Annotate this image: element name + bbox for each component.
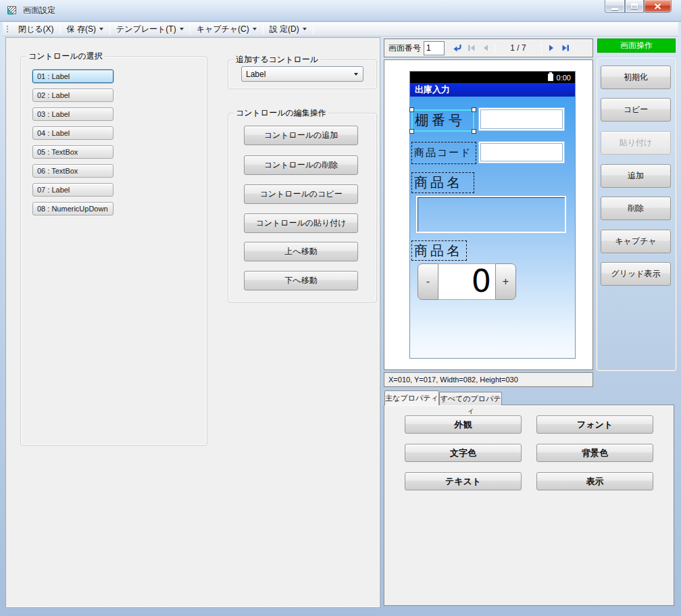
maximize-button[interactable] — [625, 0, 644, 13]
menu-separator — [263, 24, 263, 34]
control-list-item-05[interactable]: 05 : TextBox — [32, 145, 114, 159]
menu-separator — [60, 24, 61, 34]
minimize-button[interactable] — [605, 0, 625, 13]
menu-separator — [313, 24, 313, 34]
chevron-down-icon — [180, 28, 184, 30]
previous-screen-button[interactable] — [478, 41, 493, 55]
shelf-number-label-control[interactable]: 棚番号 — [411, 109, 474, 132]
item-name2-label-control[interactable]: 商品名 — [411, 240, 467, 261]
background-color-button[interactable]: 背景色 — [536, 444, 653, 462]
resize-handle[interactable] — [472, 107, 476, 112]
last-page-icon — [560, 43, 571, 53]
appearance-button[interactable]: 外観 — [405, 415, 522, 434]
groupbox-title: コントロールの選択 — [26, 51, 105, 62]
move-up-button[interactable]: 上へ移動 — [244, 242, 358, 261]
combobox-dropdown-icon — [349, 73, 363, 76]
display-button[interactable]: 表示 — [536, 472, 653, 490]
titlebar: 画面設定 — [0, 0, 681, 22]
groupbox-title: 追加するコントロール — [234, 54, 320, 66]
quantity-stepper-control[interactable]: - 0 + — [418, 263, 516, 300]
window-title: 画面設定 — [23, 5, 55, 16]
chevron-down-icon — [253, 28, 257, 30]
menubar: 閉じる(X) 保 存(S) テンプレート(T) キャプチャ(C) 設 定(D) — [3, 22, 678, 36]
screen-number-label: 画面番号 — [388, 43, 421, 54]
control-list-item-01[interactable]: 01 : Label — [32, 70, 114, 83]
go-to-screen-button[interactable] — [450, 41, 464, 55]
copy-screen-button[interactable]: コピー — [601, 98, 671, 122]
first-screen-button[interactable] — [464, 41, 478, 55]
resize-handle[interactable] — [472, 129, 476, 134]
menu-separator — [109, 24, 110, 34]
add-control-button[interactable]: コントロールの追加 — [244, 126, 358, 145]
battery-icon — [548, 74, 553, 81]
return-arrow-icon — [451, 43, 463, 53]
capture-button[interactable]: キャプチャ — [601, 230, 671, 253]
tab-all-properties[interactable]: すべてのプロパティ — [439, 392, 502, 405]
toolbar-grip-icon — [6, 25, 9, 34]
properties-panel — [384, 405, 674, 606]
minimize-icon — [611, 8, 618, 10]
next-screen-button[interactable] — [544, 41, 558, 55]
delete-screen-button[interactable]: 削除 — [601, 197, 671, 220]
device-screen-preview: 0:00 出庫入力 棚番号 商品コード 商品名 — [409, 71, 576, 359]
grid-toggle-button[interactable]: グリッド表示 — [601, 262, 671, 286]
previous-page-icon — [480, 43, 491, 53]
shelf-number-textbox-control[interactable] — [479, 108, 564, 130]
device-status-bar: 0:00 — [410, 72, 575, 83]
close-button[interactable] — [644, 0, 672, 13]
screen-preview-area: 0:00 出庫入力 棚番号 商品コード 商品名 — [384, 59, 593, 370]
selection-coordinates-status: X=010, Y=017, Width=082, Height=030 — [384, 372, 593, 387]
control-list-item-07[interactable]: 07 : Label — [32, 183, 114, 197]
item-code-textbox-control[interactable] — [479, 142, 564, 163]
control-list-item-02[interactable]: 02 : Label — [32, 88, 114, 102]
control-list-item-03[interactable]: 03 : Label — [32, 107, 114, 121]
device-clock: 0:00 — [557, 74, 571, 82]
menu-item-capture[interactable]: キャプチャ(C) — [191, 23, 262, 36]
resize-handle[interactable] — [409, 107, 414, 112]
menu-item-settings[interactable]: 設 定(D) — [264, 23, 312, 36]
item-name-textarea-control[interactable] — [416, 196, 566, 233]
maximize-icon — [631, 3, 638, 9]
item-name-label-control[interactable]: 商品名 — [411, 172, 474, 193]
stepper-plus-button[interactable]: + — [495, 263, 516, 300]
text-button[interactable]: テキスト — [405, 472, 522, 490]
add-control-combobox[interactable]: Label — [241, 66, 363, 82]
control-list-item-08[interactable]: 08 : NumericUpDown — [32, 202, 114, 215]
app-icon — [7, 5, 19, 16]
toolbar-separator — [541, 43, 542, 54]
initialize-button[interactable]: 初期化 — [601, 66, 671, 89]
control-list-item-06[interactable]: 06 : TextBox — [32, 164, 114, 178]
toolbar-separator — [495, 43, 495, 54]
control-list-item-04[interactable]: 04 : Label — [32, 126, 114, 140]
last-screen-button[interactable] — [558, 41, 572, 55]
screen-number-input[interactable] — [424, 41, 445, 55]
groupbox-title: コントロールの編集操作 — [234, 107, 328, 119]
combobox-value: Label — [242, 70, 349, 79]
font-button[interactable]: フォント — [536, 415, 653, 434]
first-page-icon — [466, 43, 477, 53]
device-body: 棚番号 商品コード 商品名 商品名 — [410, 97, 575, 358]
app-window: 画面設定 閉じる(X) 保 存(S) テンプレート(T) キャプチャ(C) 設 — [0, 0, 681, 616]
device-title-bar: 出庫入力 — [410, 83, 575, 97]
stepper-value: 0 — [438, 263, 495, 300]
tab-main-properties[interactable]: 主なプロパティ — [384, 390, 439, 405]
text-color-button[interactable]: 文字色 — [405, 444, 522, 462]
paste-control-button[interactable]: コントロールの貼り付け — [244, 213, 358, 233]
delete-control-button[interactable]: コントロールの削除 — [244, 155, 358, 175]
paste-screen-button: 貼り付け — [601, 131, 671, 155]
stepper-minus-button[interactable]: - — [418, 263, 438, 300]
menu-item-close[interactable]: 閉じる(X) — [13, 23, 59, 36]
menu-item-save[interactable]: 保 存(S) — [61, 23, 109, 36]
screen-nav-toolbar: 画面番号 1 / 7 — [384, 38, 593, 57]
move-down-button[interactable]: 下へ移動 — [244, 271, 358, 290]
next-page-icon — [546, 43, 557, 53]
chevron-down-icon — [99, 28, 103, 30]
menu-item-template[interactable]: テンプレート(T) — [111, 23, 189, 36]
add-screen-button[interactable]: 追加 — [601, 164, 671, 188]
copy-control-button[interactable]: コントロールのコピー — [244, 184, 358, 204]
item-code-label-control[interactable]: 商品コード — [411, 142, 476, 164]
resize-handle[interactable] — [409, 129, 414, 134]
screen-ops-header: 画面操作 — [597, 38, 676, 53]
close-icon — [654, 3, 661, 9]
menu-separator — [190, 24, 191, 34]
